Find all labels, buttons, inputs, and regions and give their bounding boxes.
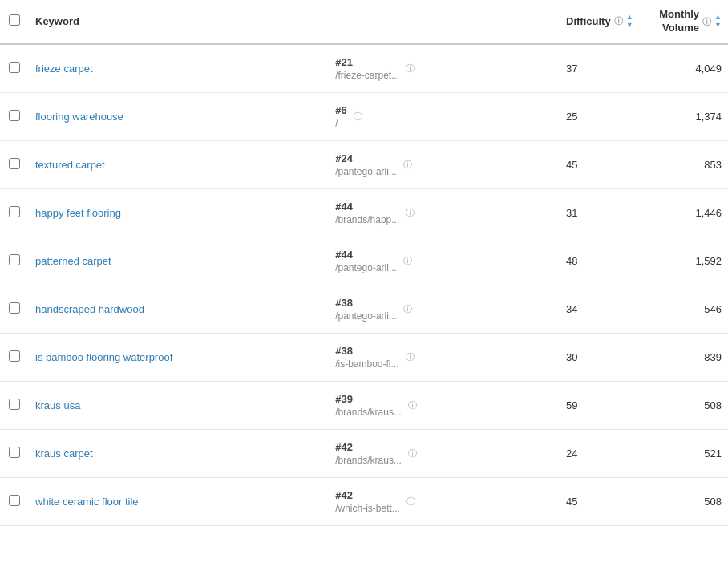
row-checkbox-2[interactable] xyxy=(9,158,20,169)
volume-value: 4,049 xyxy=(695,63,722,75)
rank-info-icon[interactable]: ⓘ xyxy=(406,351,415,363)
keyword-link-8[interactable]: kraus carpet xyxy=(35,447,93,460)
table-row: happy feet flooring #44 /brands/happ... … xyxy=(0,188,728,237)
volume-cell: 508 xyxy=(648,381,728,429)
rank-cell: #39 /brands/kraus... ⓘ xyxy=(329,381,560,429)
difficulty-value: 45 xyxy=(566,159,577,171)
volume-value: 1,374 xyxy=(695,111,722,123)
rank-url: /brands/kraus... xyxy=(335,407,402,418)
rank-info-icon[interactable]: ⓘ xyxy=(403,255,412,267)
keyword-link-5[interactable]: handscraped hardwood xyxy=(35,303,144,315)
keyword-link-4[interactable]: patterned carpet xyxy=(35,255,111,267)
rank-url: /pantego-arli... xyxy=(335,262,397,273)
rank-cell: #44 /pantego-arli... ⓘ xyxy=(329,237,560,285)
rank-cell: #38 /is-bamboo-fl... ⓘ xyxy=(329,333,560,381)
monthly-volume-sort-button[interactable]: ▲ ▼ xyxy=(714,14,722,29)
volume-cell: 1,592 xyxy=(648,237,728,285)
volume-value: 1,592 xyxy=(695,255,722,267)
table-row: is bamboo flooring waterproof #38 /is-ba… xyxy=(0,333,728,381)
row-checkbox-cell xyxy=(0,333,29,381)
difficulty-cell: 34 xyxy=(560,285,648,333)
keyword-cell: white ceramic floor tile xyxy=(29,477,329,525)
row-checkbox-cell xyxy=(0,285,29,333)
rank-info-icon[interactable]: ⓘ xyxy=(403,303,412,315)
rank-column-header xyxy=(329,0,560,44)
difficulty-value: 59 xyxy=(566,399,577,411)
difficulty-value: 45 xyxy=(566,496,577,508)
difficulty-value: 25 xyxy=(566,111,577,123)
table-row: kraus usa #39 /brands/kraus... ⓘ 59 508 xyxy=(0,381,728,429)
keyword-cell: happy feet flooring xyxy=(29,188,329,237)
keyword-link-6[interactable]: is bamboo flooring waterproof xyxy=(35,351,172,363)
volume-value: 546 xyxy=(704,303,722,315)
difficulty-cell: 25 xyxy=(560,92,648,140)
keyword-link-7[interactable]: kraus usa xyxy=(35,399,80,411)
table-row: kraus carpet #42 /brands/kraus... ⓘ 24 5… xyxy=(0,429,728,477)
row-checkbox-0[interactable] xyxy=(9,62,20,73)
rank-cell: #44 /brands/happ... ⓘ xyxy=(329,188,560,237)
volume-cell: 1,446 xyxy=(648,188,728,237)
difficulty-sort-button[interactable]: ▲ ▼ xyxy=(626,14,633,29)
difficulty-cell: 45 xyxy=(560,140,648,188)
rank-info-icon[interactable]: ⓘ xyxy=(406,496,415,508)
rank-number: #39 xyxy=(335,393,402,405)
keyword-column-header: Keyword xyxy=(29,0,329,44)
select-all-header[interactable] xyxy=(0,0,29,44)
rank-info-icon[interactable]: ⓘ xyxy=(406,63,415,75)
table-row: frieze carpet #21 /frieze-carpet... ⓘ 37… xyxy=(0,44,728,93)
table-row: white ceramic floor tile #42 /which-is-b… xyxy=(0,477,728,525)
row-checkbox-3[interactable] xyxy=(9,206,20,217)
rank-number: #44 xyxy=(335,200,399,213)
rank-info-icon[interactable]: ⓘ xyxy=(406,207,415,219)
keyword-link-1[interactable]: flooring warehouse xyxy=(35,111,123,123)
row-checkbox-cell xyxy=(0,477,29,525)
select-all-checkbox[interactable] xyxy=(9,14,20,26)
keyword-cell: handscraped hardwood xyxy=(29,285,329,333)
volume-value: 839 xyxy=(704,351,722,363)
rank-number: #44 xyxy=(335,249,397,261)
monthly-volume-info-icon[interactable]: ⓘ xyxy=(702,16,711,27)
difficulty-cell: 48 xyxy=(560,237,648,285)
row-checkbox-8[interactable] xyxy=(9,447,20,458)
difficulty-cell: 24 xyxy=(560,429,648,477)
volume-cell: 839 xyxy=(648,333,728,381)
keyword-link-2[interactable]: textured carpet xyxy=(35,159,105,171)
row-checkbox-cell xyxy=(0,237,29,285)
difficulty-info-icon[interactable]: ⓘ xyxy=(614,15,623,27)
rank-url: /is-bamboo-fl... xyxy=(335,358,398,370)
rank-number: #42 xyxy=(335,441,402,453)
row-checkbox-cell xyxy=(0,381,29,429)
row-checkbox-cell xyxy=(0,140,29,188)
keyword-link-0[interactable]: frieze carpet xyxy=(35,63,93,75)
row-checkbox-4[interactable] xyxy=(9,254,20,265)
rank-url: /frieze-carpet... xyxy=(335,70,399,81)
row-checkbox-1[interactable] xyxy=(9,110,20,121)
keyword-cell: kraus carpet xyxy=(29,429,329,477)
rank-url: /pantego-arli... xyxy=(335,166,397,177)
keyword-link-9[interactable]: white ceramic floor tile xyxy=(35,496,139,508)
row-checkbox-cell xyxy=(0,188,29,237)
rank-number: #24 xyxy=(335,152,397,164)
volume-cell: 508 xyxy=(648,477,728,525)
rank-info-icon[interactable]: ⓘ xyxy=(403,159,412,171)
rank-number: #38 xyxy=(335,345,398,357)
keyword-cell: kraus usa xyxy=(29,381,329,429)
volume-value: 853 xyxy=(704,159,722,171)
rank-info-icon[interactable]: ⓘ xyxy=(354,111,362,123)
row-checkbox-5[interactable] xyxy=(9,302,20,314)
volume-cell: 546 xyxy=(648,285,728,333)
row-checkbox-9[interactable] xyxy=(9,495,20,506)
rank-info-icon[interactable]: ⓘ xyxy=(408,399,417,411)
volume-value: 521 xyxy=(704,447,722,460)
table-row: patterned carpet #44 /pantego-arli... ⓘ … xyxy=(0,237,728,285)
rank-number: #6 xyxy=(335,104,346,116)
rank-url: /pantego-arli... xyxy=(335,310,397,322)
keyword-table: Keyword Difficulty ⓘ ▲ ▼ Monthly xyxy=(0,0,728,526)
difficulty-value: 48 xyxy=(566,255,577,267)
keyword-link-3[interactable]: happy feet flooring xyxy=(35,207,121,219)
difficulty-value: 24 xyxy=(566,447,577,460)
rank-info-icon[interactable]: ⓘ xyxy=(408,447,417,460)
difficulty-value: 30 xyxy=(566,351,577,363)
row-checkbox-7[interactable] xyxy=(9,399,20,410)
row-checkbox-6[interactable] xyxy=(9,350,20,362)
